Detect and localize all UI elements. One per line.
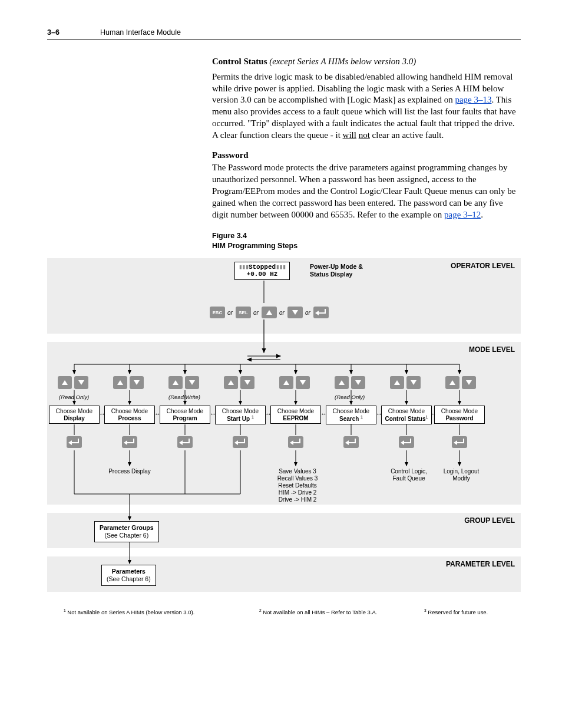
- key-esc: ESC: [210, 307, 225, 318]
- section-title: Human Interface Module: [100, 28, 521, 37]
- footnote-1: 1 Not available on Series A HIMs (below …: [64, 608, 194, 615]
- figure-caption: Figure 3.4 HIM Programming Steps: [212, 231, 521, 251]
- box-parameters: Parameters(See Chapter 6): [101, 565, 156, 586]
- control-status-paragraph: Permits the drive logic mask to be disab…: [212, 71, 521, 141]
- key-enter: [313, 307, 329, 318]
- key-enter-icon: [67, 436, 82, 448]
- lcd-display: ▮▮▮Stopped▮▮▮ +0.00 Hz: [234, 262, 290, 280]
- key-up-icon: [58, 376, 72, 389]
- mode-control-status: Choose ModeControl Status1: [381, 406, 432, 424]
- label-operator-level: OPERATOR LEVEL: [451, 262, 515, 270]
- box-parameter-groups: Parameter Groups(See Chapter 6): [94, 521, 159, 542]
- link-page-3-12[interactable]: page 3–12: [444, 210, 481, 219]
- control-status-qualifier: (except Series A HIMs below version 3.0): [269, 57, 416, 66]
- mode-password: Choose ModePassword: [434, 406, 485, 424]
- page: 3–6 Human Interface Module Control Statu…: [0, 0, 562, 647]
- password-heading: Password: [212, 150, 521, 162]
- key-up: [262, 307, 277, 318]
- password-paragraph: The Password mode protects the drive par…: [212, 162, 521, 220]
- mode-program: Choose ModeProgram: [160, 406, 210, 424]
- mode-display: Choose ModeDisplay: [49, 406, 100, 424]
- key-sel: SEL: [236, 307, 251, 318]
- note-read-write: (Read/Write): [168, 394, 200, 400]
- lcd-label: Power-Up Mode & Status Display: [310, 263, 375, 278]
- page-header: 3–6 Human Interface Module: [47, 28, 521, 39]
- label-parameter-level: PARAMETER LEVEL: [446, 560, 515, 568]
- detail-eeprom: Save Values 3 Recall Values 3 Reset Defa…: [271, 468, 324, 503]
- key-down-icon: [74, 376, 88, 389]
- footnote-3: 3 Reserved for future use.: [424, 608, 488, 615]
- dbl-arrow-icon: ↔: [99, 410, 105, 417]
- mode-process: Choose ModeProcess: [104, 406, 155, 424]
- detail-password: Login, Logout Modify: [436, 468, 487, 482]
- key-down: [287, 307, 303, 318]
- page-number: 3–6: [47, 28, 100, 37]
- footnote-2: 2 Not available on all HIMs – Refer to T…: [259, 608, 378, 615]
- label-group-level: GROUP LEVEL: [464, 516, 515, 525]
- note-read-only-1: (Read Only): [59, 394, 89, 400]
- him-programming-diagram: OPERATOR LEVEL MODE LEVEL GROUP LEVEL PA…: [47, 258, 521, 624]
- label-mode-level: MODE LEVEL: [469, 345, 515, 354]
- detail-control-status: Control Logic, Fault Queue: [385, 468, 432, 482]
- note-read-only-2: (Read Only): [335, 394, 365, 400]
- mode-startup: Choose ModeStart Up 1: [215, 406, 266, 424]
- control-status-heading: Control Status: [212, 57, 267, 66]
- body-text: Control Status (except Series A HIMs bel…: [212, 56, 521, 251]
- mode-eeprom: Choose ModeEEPROM: [270, 406, 321, 424]
- mode-search: Choose ModeSearch 1: [326, 406, 376, 424]
- link-page-3-13[interactable]: page 3–13: [455, 95, 491, 104]
- detail-process: Process Display: [106, 468, 153, 475]
